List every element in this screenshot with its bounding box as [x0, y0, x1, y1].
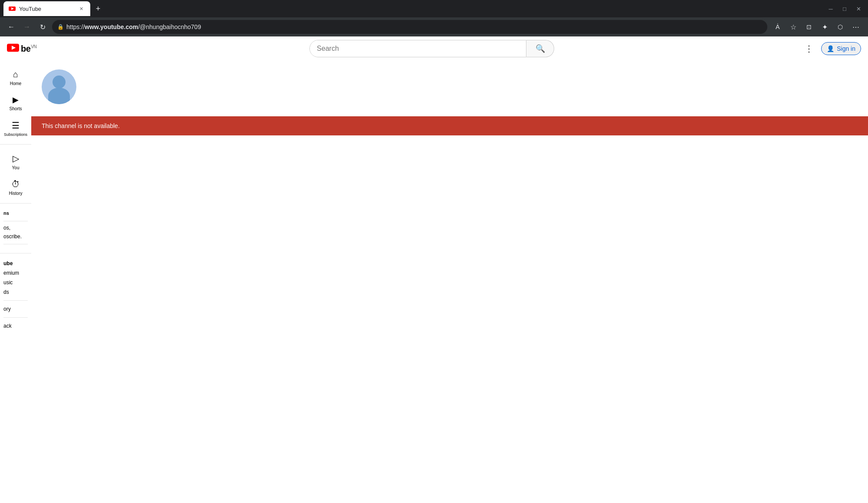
sidebar-divider-1 — [3, 221, 28, 221]
reload-button[interactable]: ↻ — [36, 21, 49, 33]
error-message: This channel is not available. — [42, 122, 120, 129]
sidebar-section-you: ▷ You ⏱ History — [0, 145, 31, 204]
search-bar[interactable] — [309, 40, 526, 57]
sidebar-shorts-label: Shorts — [10, 106, 22, 112]
sidebar-section-explore: ns os, oscribe. — [0, 204, 31, 253]
sidebar-divider-2 — [3, 244, 28, 244]
sidebar-label-feedback[interactable]: ack — [3, 321, 28, 331]
sidebar-divider-4 — [3, 317, 28, 318]
browser-extension-button[interactable]: ⬡ — [833, 20, 847, 34]
sidebar-subscriptions-label: Subscriptions — [4, 132, 27, 137]
empty-content-area — [31, 139, 868, 443]
sidebar-label-music[interactable]: usic — [3, 278, 28, 287]
sidebar-text-subscribe: oscribe. — [3, 233, 28, 240]
shorts-icon: ▶ — [13, 95, 19, 105]
avatar-head — [53, 76, 66, 89]
browser-tab-bar: YouTube ✕ + ─ □ ✕ — [0, 0, 868, 17]
search-icon: 🔍 — [536, 44, 545, 53]
youtube-sidebar: ⌂ Home ▶ Shorts ☰ Subscriptions ▷ You — [0, 61, 31, 503]
sign-in-button[interactable]: 👤 Sign in — [821, 42, 861, 55]
sidebar-section-more-youtube: ube emium usic ds ory ack — [0, 253, 31, 336]
youtube-logo-text: beVN — [21, 44, 36, 54]
subscriptions-icon: ☰ — [12, 120, 20, 131]
tab-list: YouTube ✕ + — [3, 0, 104, 17]
active-tab[interactable]: YouTube ✕ — [3, 1, 90, 16]
sidebar-item-you[interactable]: ▷ You — [0, 148, 31, 174]
error-banner: This channel is not available. — [31, 116, 868, 135]
sidebar-text-videos[interactable]: os, — [3, 223, 28, 233]
sidebar-item-home[interactable]: ⌂ Home — [0, 64, 31, 90]
sidebar-divider-3 — [3, 300, 28, 301]
more-button[interactable]: ⋯ — [849, 20, 863, 34]
sidebar-home-label: Home — [10, 81, 22, 86]
tab-title: YouTube — [19, 6, 74, 12]
nav-right-controls: Ȧ ☆ ⊡ ✦ ⬡ ⋯ — [771, 20, 863, 34]
sidebar-label-ube: ube — [3, 259, 28, 268]
tab-close-button[interactable]: ✕ — [77, 5, 85, 13]
more-options-button[interactable]: ⋮ — [800, 40, 818, 57]
search-button[interactable]: 🔍 — [526, 40, 554, 57]
sidebar-section-label-ns: ns — [3, 209, 28, 219]
collections-button[interactable]: ✦ — [818, 20, 832, 34]
lock-icon: 🔒 — [57, 24, 64, 30]
youtube-logo-icon — [7, 43, 19, 54]
split-view-button[interactable]: ⊡ — [802, 20, 816, 34]
avatar-body — [48, 88, 70, 104]
restore-button[interactable]: □ — [838, 3, 851, 15]
youtube-body: ⌂ Home ▶ Shorts ☰ Subscriptions ▷ You — [0, 61, 868, 503]
sidebar-item-history[interactable]: ⏱ History — [0, 174, 31, 200]
forward-button[interactable]: → — [21, 21, 33, 33]
sidebar-section-main: ⌂ Home ▶ Shorts ☰ Subscriptions — [0, 61, 31, 145]
youtube-logo-area[interactable]: beVN — [7, 43, 63, 54]
tab-favicon — [9, 5, 16, 12]
header-right: ⋮ 👤 Sign in — [800, 40, 861, 57]
history-icon: ⏱ — [11, 179, 20, 189]
favorites-button[interactable]: ☆ — [786, 20, 800, 34]
home-icon: ⌂ — [13, 69, 18, 79]
new-tab-button[interactable]: + — [92, 3, 104, 15]
close-button[interactable]: ✕ — [852, 3, 865, 15]
browser-nav-bar: ← → ↻ 🔒 https://www.youtube.com/@nhungba… — [0, 17, 868, 36]
search-form: 🔍 — [309, 40, 554, 57]
address-path: /@nhungbaihocnho709 — [138, 23, 201, 30]
address-bar[interactable]: 🔒 https://www.youtube.com/@nhungbaihocnh… — [52, 20, 767, 34]
channel-header — [31, 61, 868, 113]
sidebar-label-kids[interactable]: ds — [3, 287, 28, 297]
account-circle-icon: 👤 — [827, 45, 834, 52]
page-main-content: This channel is not available. — [31, 61, 868, 503]
read-aloud-button[interactable]: Ȧ — [771, 20, 785, 34]
sidebar-item-subscriptions[interactable]: ☰ Subscriptions — [0, 115, 31, 141]
youtube-header: beVN 🔍 ⋮ 👤 Sign in — [0, 36, 868, 61]
sign-in-label: Sign in — [837, 45, 855, 52]
country-badge: VN — [31, 44, 36, 49]
you-icon: ▷ — [13, 153, 19, 164]
channel-avatar — [42, 69, 76, 104]
sidebar-history-label: History — [9, 191, 22, 196]
search-area: 🔍 — [63, 40, 800, 57]
search-input[interactable] — [310, 40, 526, 57]
minimize-button[interactable]: ─ — [825, 3, 837, 15]
back-button[interactable]: ← — [5, 21, 17, 33]
sidebar-item-shorts[interactable]: ▶ Shorts — [0, 90, 31, 115]
address-domain: www.youtube.com — [85, 23, 138, 30]
sidebar-you-label: You — [12, 165, 20, 171]
address-text: https://www.youtube.com/@nhungbaihocnho7… — [66, 23, 762, 30]
sidebar-label-premium[interactable]: emium — [3, 268, 28, 278]
sidebar-label-history[interactable]: ory — [3, 304, 28, 314]
kebab-menu-icon: ⋮ — [805, 43, 813, 54]
